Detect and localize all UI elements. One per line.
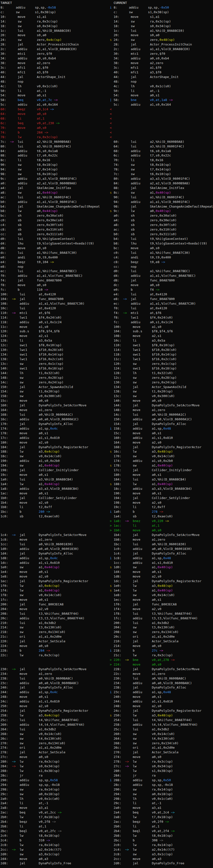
target-line: 118: addiu a0,s1,0x1c24 <box>0 320 62 325</box>
target-line: 7c: ~> lui a2,%hi(D_0600B9A8) <box>0 140 71 144</box>
target-line: c8: sb zero,0x310(s0) <box>0 227 64 232</box>
target-line: 1c: lui a1,%hi(D_80A88CE0) <box>0 29 71 33</box>
asm-row: 158: sw v0,0x300(s0) 13c: sw v0,0x300(s0… <box>0 394 213 399</box>
asm-row: 270: sw zero,0x134(s0) 268: sw zero,0x13… <box>0 741 213 746</box>
asm-row: 10c: lui at,0x4120 f0: lui at,0x4120 <box>0 306 213 311</box>
current-line: 2c0: lw ra,0x14(sp) <box>110 843 173 847</box>
asm-row: 2a0: lh v0,0x1c(a0) 298: lh v0,0x1c(a0) <box>0 797 213 801</box>
current-line: 28: jal Actor_ProcessInitChain <box>110 42 192 47</box>
asm-row: 174: addiu a1,sp,0x4ci 158: addiu a1,sp,… <box>0 427 213 431</box>
current-line: | 58: bne v0,at,1a8 ~> <box>110 98 173 102</box>
asm-row: c0: sb zero,0x30e(s0) a4: sb zero,0x30e(… <box>0 218 213 223</box>
target-line: 24: sw zero,0x4c(sp) <box>0 38 62 42</box>
current-line: > 1ac: li at,1 <box>110 524 159 528</box>
current-line: 10c: li a3,0x5a <box>110 338 165 343</box>
current-line: 108: move a2,s1 <box>110 334 161 338</box>
current-line: 1fc: addiu t3,t3,%lo(func_80A87F44) <box>110 616 198 621</box>
current-line: 15c: move a0,s1 <box>110 431 161 436</box>
target-line: 198: jal Collider_InitCylinder <box>0 468 79 473</box>
target-line: 194: sw a1,0x44(sp) <box>0 463 60 468</box>
diff-content: TARGET CURRENT 8: addiu sp,sp,-0x58i 8: … <box>0 1 213 866</box>
current-line: 204: sw t3,0x130(s0) <box>110 625 175 630</box>
current-line: d0: lui a1,%hi(func_80A87BEC) <box>110 269 190 274</box>
target-line: 180: move a2,s0 <box>0 440 48 445</box>
target-line: 260: addiu t4,t4,%lo(func_80A87F44) <box>0 722 84 727</box>
target-line: 268: sw v0,0x14c(s0) <box>0 732 62 737</box>
target-line: 6c: beq v0,at,230 ~> <box>0 121 60 126</box>
current-line: 30: mtc1 zero,$f0 <box>110 52 165 56</box>
current-line: i 288: addiu sp,sp,0x50 <box>110 778 171 783</box>
asm-row: 248: move a0,s1 240: move a0,s1 <box>0 695 213 699</box>
target-line: 1c0: sb t2,0xae(s0) <box>0 514 60 519</box>
target-line: 174: addiu a1,sp,0x4c <box>0 427 58 431</box>
asm-row: 16c: addiu a0,a0,%lo(D_06000A1C) 150: ad… <box>0 417 213 422</box>
asm-row: 1a8: addiu a3,a3,%lo(D_80A88CB4) 18c: ad… <box>0 487 213 491</box>
asm-row: 148: sw zero,0x28(sp) 12c: sw zero,0x28(… <box>0 376 213 380</box>
asm-row: 118: addiu a0,s1,0x1c24 fc: addiu a0,s1,… <box>0 320 213 325</box>
current-line: 240: move a0,s1 <box>110 695 161 699</box>
current-line: c: sw s1,0x38(sp) <box>110 10 169 15</box>
asm-row: 10: move s1,a1 10: move s1,a1 <box>0 15 213 19</box>
asm-row: 150: jal Actor_SpawnAsChild 134: jal Act… <box>0 385 213 390</box>
current-line: 80: addiu a3,a3,%lo(D_06001F4C) <box>110 177 190 181</box>
current-line: 294: sw a0,0x18(sp) <box>110 792 173 797</box>
current-line: b4: lui t9,%hi(gSaveContext) <box>110 237 188 241</box>
asm-row: 84: addiu t6,s0,0x1a8 68: addiu t6,s0,0x… <box>0 149 213 154</box>
target-line: 10: move s1,a1 <box>0 15 46 19</box>
target-line: 120: sub.s $f8,$f4,$f6 <box>0 329 60 334</box>
current-line: 244: addiu a1,s1,0x810 <box>110 699 173 704</box>
target-line: 228: b 284 ~> <box>0 648 50 653</box>
target-line: e8: nop <box>0 265 37 269</box>
current-line: 38: move a2,zero <box>110 61 163 65</box>
current-line: 208: sw zero,0x134(s0) <box>110 630 179 634</box>
asm-row: 130: lwc1 $f10,0x28(s0) 114: lwc1 $f10,0… <box>0 348 213 352</box>
target-line: 154: sw t1,0x20(sp) <box>0 389 60 394</box>
asm-row: 124: move a2,s1 108: move a2,s1 <box>0 334 213 338</box>
current-line: < <box>110 135 114 140</box>
target-line: 40: mfc1 a3,$f0 <box>0 70 48 75</box>
current-line: 74: sw t8,0x18(sp) <box>110 163 171 167</box>
asm-row: > 1b0: move a0,s0 <box>0 528 213 533</box>
asm-row: 1c0: sb t2,0xae(s0) 1a4: sb t2,0xae(s0) <box>0 514 213 519</box>
target-line: 234: move a1,zero <box>0 672 52 676</box>
asm-row: a0: addiu a2,a2,%lo(D_0600B9A8) 84: addi… <box>0 181 213 186</box>
target-line: bc: sh zero,0x30a(s0) <box>0 213 64 218</box>
current-line: 298: lh v0,0x1c(a0) <box>110 797 173 801</box>
current-line: 19c: li t2,0xff <box>110 505 165 509</box>
target-line: 240: jal DynaPolyInfo_Alloc <box>0 685 73 690</box>
current-line: < <box>110 130 114 135</box>
asm-row: 244: addiu a1,sp,0x4ci 23c: addiu a1,sp,… <box>0 690 213 695</box>
target-line: 210: lui a1,0x3db2 <box>0 621 56 625</box>
current-line: 18: sw s0,0x34(sp) <box>110 24 171 29</box>
asm-row: 21c: ori a1,a1,0x2d0e 20c: ori a1,a1,0x2… <box>0 634 213 639</box>
asm-row: 164: move a1,zero 148: move a1,zero <box>0 408 213 412</box>
current-line: 238: jal DynaPolyInfo_Alloc <box>110 685 186 690</box>
target-line: a0: addiu a2,a2,%lo(D_0600B9A8) <box>0 181 77 186</box>
current-line: 274: move a0,s0 <box>110 755 161 760</box>
asm-row: 290: addiu sp,sp,0x58i 288: addiu sp,sp,… <box>0 778 213 783</box>
asm-row: 1f8: sw v0,0x14c(s0) 1e8: sw v0,0x14c(s0… <box>0 593 213 597</box>
target-line: 100: lui at,0x4120 <box>0 292 56 297</box>
current-line: cc: nop <box>110 265 150 269</box>
target-line: 130: lwc1 $f10,0x28(s0) <box>0 348 64 352</box>
current-line: 2ac: beqz v0,2f0 ~> <box>110 819 169 824</box>
asm-row: 294: addiu sp,sp,-0x18 28c: addiu sp,sp,… <box>0 783 213 787</box>
asm-row: 108: addiu a1,a1,%lo(func_80A87C30) ec: … <box>0 302 213 306</box>
current-line: s 178: sw a1,0x40(sp) <box>110 463 173 468</box>
asm-row: 2c: addiu a1,a1,%lo(D_80A88CE0) 2c: addi… <box>0 47 213 52</box>
current-line: 1bc: lui a0,%hi(D_06001830) <box>110 542 186 547</box>
asm-row: 278: jal Actor_SetScale 270: jal Actor_S… <box>0 750 213 755</box>
current-line: 130: sw zero,0x24(sp) <box>110 380 177 385</box>
current-line: 248: move a2,s0 <box>110 704 161 709</box>
current-line: 70: li t8,0x16 <box>110 158 163 163</box>
current-line: 26c: ori a1,a1,0x2d0e <box>110 745 175 750</box>
target-line: 124: move a2,s1 <box>0 334 48 338</box>
current-line: 2b8: lw t8,0x18(sp) <box>110 834 173 838</box>
asm-row: f8: move a0,s0 dc: move a0,s0 <box>0 283 213 287</box>
current-line: 4c: lh v0,0x1c(s0) <box>110 84 171 89</box>
target-line: 218: sw zero,0x134(s0) <box>0 630 65 634</box>
current-line: 134: jal Actor_SpawnAsChild <box>110 385 186 390</box>
target-line: 170: jal DynaPolyInfo_Alloc <box>0 422 73 427</box>
target-line: 184: jal DynaPolyInfo_RegisterActor <box>0 445 88 450</box>
target-line: 2a4: li at,-1 <box>0 801 48 806</box>
